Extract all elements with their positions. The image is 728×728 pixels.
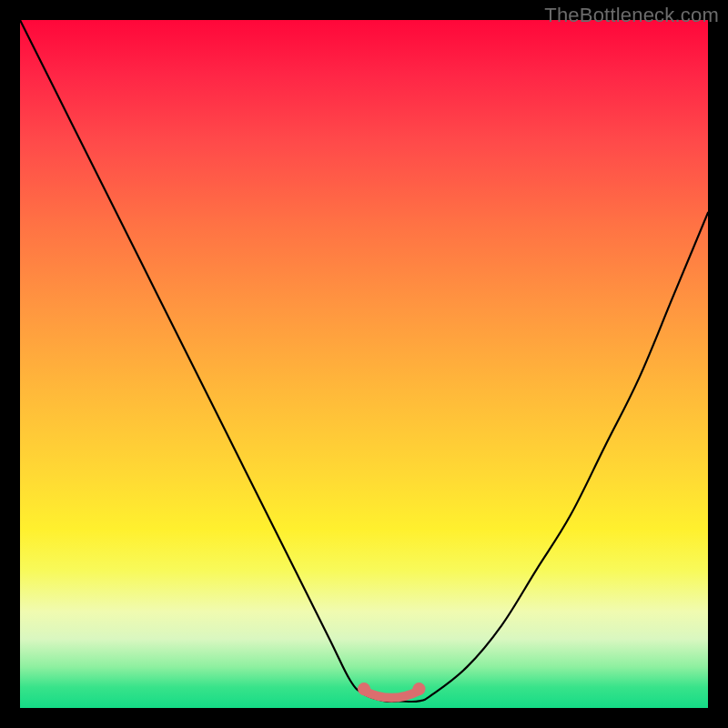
optimal-range-marker — [364, 691, 419, 698]
optimal-range-end-dot — [412, 682, 425, 695]
chart-svg — [20, 20, 708, 708]
chart-plot-area — [20, 20, 708, 708]
watermark-text: TheBottleneck.com — [544, 4, 719, 27]
chart-frame: TheBottleneck.com — [0, 0, 728, 728]
optimal-range-start-dot — [358, 682, 370, 695]
bottleneck-curve — [20, 20, 708, 702]
